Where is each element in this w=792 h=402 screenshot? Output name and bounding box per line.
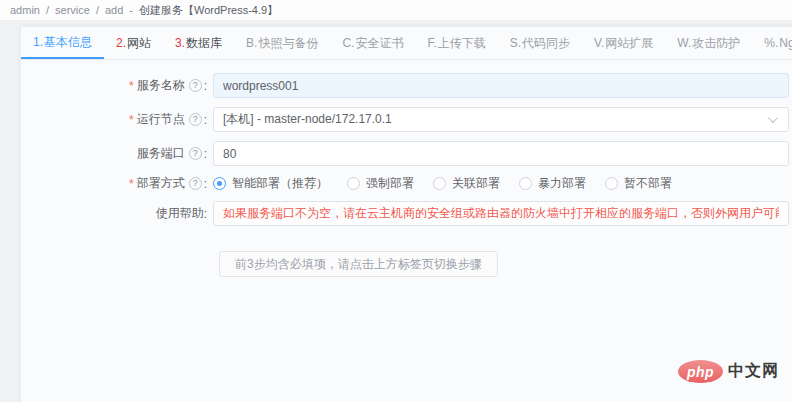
deploy-method-label: * 部署方式 ? : — [21, 175, 213, 192]
tab-database[interactable]: 3.数据库 — [163, 27, 234, 59]
tab-code-sync[interactable]: S.代码同步 — [498, 27, 582, 59]
tab-label: 数据库 — [186, 35, 222, 52]
create-service-panel: 1.基本信息 2.网站 3.数据库 B.快照与备份 C.安全证书 F.上传下载 … — [20, 26, 792, 402]
run-node-label: * 运行节点 ? : — [21, 111, 213, 128]
required-mark: * — [129, 177, 134, 191]
breadcrumb-dash: - — [129, 4, 133, 16]
radio-circle-checked — [213, 177, 226, 190]
tab-attack-protection[interactable]: W.攻击防护 — [665, 27, 752, 59]
run-node-row: * 运行节点 ? : [本机] - master-node/172.17.0.1 — [21, 107, 792, 132]
tab-prefix: 2. — [116, 36, 126, 50]
tab-prefix: B. — [246, 36, 257, 50]
php-logo-badge: php — [678, 360, 723, 383]
breadcrumb-item-service[interactable]: service — [55, 4, 90, 16]
radio-force-deploy[interactable]: 强制部署 — [347, 175, 414, 192]
service-port-row: 服务端口 ? : — [21, 141, 792, 166]
service-name-label: * 服务名称 ? : — [21, 77, 213, 94]
wizard-tabbar: 1.基本信息 2.网站 3.数据库 B.快照与备份 C.安全证书 F.上传下载 … — [21, 27, 792, 60]
service-name-row: * 服务名称 ? : — [21, 73, 792, 98]
tab-prefix: %. — [764, 36, 778, 50]
tab-basic-info[interactable]: 1.基本信息 — [21, 27, 104, 59]
radio-circle — [347, 177, 360, 190]
radio-link-deploy[interactable]: 关联部署 — [433, 175, 500, 192]
tab-prefix: S. — [510, 36, 521, 50]
tab-label: 攻击防护 — [692, 35, 740, 52]
run-node-select[interactable]: [本机] - master-node/172.17.0.1 — [213, 107, 789, 132]
tab-prefix: C. — [342, 36, 354, 50]
required-mark: * — [129, 113, 134, 127]
usage-help-row: 使用帮助 : — [21, 201, 792, 226]
tab-upload-download[interactable]: F.上传下载 — [415, 27, 497, 59]
basic-info-form: * 服务名称 ? : * 运行节点 ? : [本机] - master-node… — [21, 60, 792, 277]
tab-prefix: V. — [594, 36, 604, 50]
breadcrumb-separator: / — [46, 4, 49, 16]
run-node-selected-value: [本机] - master-node/172.17.0.1 — [223, 111, 392, 128]
switch-step-note-button[interactable]: 前3步均含必填项，请点击上方标签页切换步骤 — [219, 251, 498, 277]
breadcrumb-item-admin[interactable]: admin — [10, 4, 40, 16]
question-circle-icon[interactable]: ? — [189, 79, 202, 92]
breadcrumb: admin / service / add - 创建服务【WordPress-4… — [0, 0, 792, 20]
service-port-input[interactable] — [213, 141, 789, 166]
breadcrumb-item-add[interactable]: add — [105, 4, 123, 16]
tab-prefix: F. — [427, 36, 436, 50]
radio-circle — [519, 177, 532, 190]
question-circle-icon[interactable]: ? — [189, 147, 202, 160]
tab-prefix: 3. — [175, 36, 185, 50]
deploy-method-row: * 部署方式 ? : 智能部署（推荐） 强制部署 关联部署 — [21, 175, 792, 192]
tab-label: 上传下载 — [438, 35, 486, 52]
tab-website[interactable]: 2.网站 — [104, 27, 163, 59]
radio-brute-deploy[interactable]: 暴力部署 — [519, 175, 586, 192]
tab-label: 安全证书 — [355, 35, 403, 52]
radio-smart-deploy[interactable]: 智能部署（推荐） — [213, 175, 328, 192]
tab-ssl-cert[interactable]: C.安全证书 — [330, 27, 415, 59]
php-logo-text: 中文网 — [728, 361, 779, 382]
usage-help-text — [213, 201, 789, 226]
radio-circle — [433, 177, 446, 190]
tab-nginx-config[interactable]: %.Nginx配置 — [752, 27, 792, 59]
service-name-input[interactable] — [213, 73, 789, 98]
breadcrumb-separator: / — [96, 4, 99, 16]
tab-label: 快照与备份 — [258, 35, 318, 52]
required-mark: * — [129, 79, 134, 93]
tab-snapshot-backup[interactable]: B.快照与备份 — [234, 27, 330, 59]
usage-help-label: 使用帮助 : — [21, 205, 213, 222]
radio-no-deploy[interactable]: 暂不部署 — [605, 175, 672, 192]
question-circle-icon[interactable]: ? — [189, 177, 202, 190]
service-port-label: 服务端口 ? : — [21, 145, 213, 162]
radio-circle — [605, 177, 618, 190]
deploy-method-radio-group: 智能部署（推荐） 强制部署 关联部署 暴力部署 暂不部署 — [213, 175, 789, 192]
tab-label: 代码同步 — [522, 35, 570, 52]
chevron-down-icon — [768, 113, 778, 123]
tab-site-extension[interactable]: V.网站扩展 — [582, 27, 665, 59]
tab-label: 网站 — [127, 35, 151, 52]
tab-label: 基本信息 — [44, 34, 92, 51]
page-title: 创建服务【WordPress-4.9】 — [139, 3, 278, 18]
tab-label: Nginx配置 — [779, 35, 792, 52]
tab-label: 网站扩展 — [605, 35, 653, 52]
php-cn-logo: php 中文网 — [678, 360, 779, 383]
tab-prefix: W. — [677, 36, 691, 50]
tab-prefix: 1. — [33, 35, 43, 49]
question-circle-icon[interactable]: ? — [189, 113, 202, 126]
